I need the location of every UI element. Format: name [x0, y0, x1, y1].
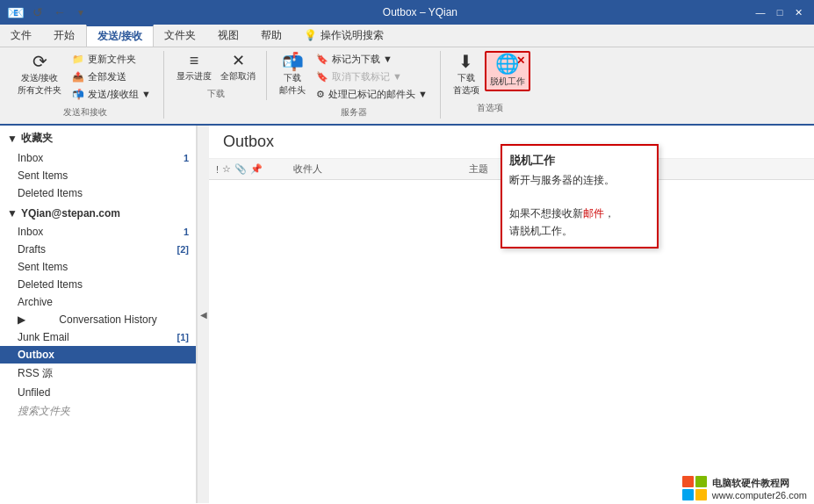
- ribbon-group-prefs-label: 首选项: [477, 102, 503, 114]
- progress-icon: ≡: [190, 53, 199, 68]
- sidebar-item-outbox[interactable]: Outbox: [0, 346, 196, 364]
- sidebar-item-inbox-fav[interactable]: Inbox 1: [0, 149, 196, 167]
- outlook-icon: 📧: [7, 4, 25, 21]
- show-progress-btn[interactable]: ≡ 显示进度: [173, 51, 215, 84]
- download-prefs-btn[interactable]: ⬇ 下载首选项: [450, 51, 483, 98]
- ribbon-group-download: ≡ 显示进度 ✕ 全部取消 下载: [166, 51, 267, 100]
- send-receive-all-btn[interactable]: ⟳ 发送/接收所有文件夹: [14, 51, 65, 98]
- ribbon-group-preferences: ⬇ 下载首选项 🌐 脱机工作 ✕ 首选项: [443, 51, 537, 114]
- title-bar: 📧 ↺ ← ▼ Outbox – YQian — □ ✕: [0, 0, 814, 25]
- window-controls: — □ ✕: [753, 4, 807, 20]
- maximize-btn[interactable]: □: [772, 4, 788, 20]
- tab-file[interactable]: 文件: [0, 25, 43, 47]
- refresh-btn[interactable]: ↺: [30, 4, 46, 20]
- ribbon-group-server: 📬 下载邮件头 🔖 标记为下载 ▼ 🔖 取消下载标记 ▼ ⚙ 处理已标记的邮件头…: [269, 51, 441, 119]
- cancel-mark-btn[interactable]: 🔖 取消下载标记 ▼: [311, 68, 433, 85]
- sidebar-item-unfiled[interactable]: Unfiled: [0, 384, 196, 401]
- sidebar-section-account: ▼ YQian@stepan.com Inbox 1 Drafts [2] Se…: [0, 202, 196, 401]
- sidebar-collapse-btn[interactable]: ◀: [197, 126, 209, 503]
- account-header[interactable]: ▼ YQian@stepan.com: [0, 202, 196, 223]
- send-receive-group-btn[interactable]: 📬 发送/接收组 ▼: [67, 86, 156, 103]
- watermark-text: 电脑软硬件教程网 www.computer26.com: [712, 477, 807, 500]
- sidebar-item-rss[interactable]: RSS 源: [0, 364, 196, 384]
- sidebar-item-sent-fav[interactable]: Sent Items: [0, 167, 196, 184]
- watermark: 电脑软硬件教程网 www.computer26.com: [675, 472, 814, 504]
- tab-home[interactable]: 开始: [43, 25, 86, 47]
- logo-yellow: [695, 489, 707, 500]
- tab-bar: 文件 开始 发送/接收 文件夹 视图 帮助 💡 操作说明搜索: [0, 25, 814, 47]
- account-collapse-icon: ▼: [7, 207, 18, 220]
- main-area: ▼ 收藏夹 Inbox 1 Sent Items Deleted Items ▼…: [0, 126, 814, 503]
- offline-x-icon: ✕: [516, 54, 525, 67]
- sidebar: ▼ 收藏夹 Inbox 1 Sent Items Deleted Items ▼…: [0, 126, 197, 503]
- download-headers-icon: 📬: [282, 53, 304, 70]
- close-btn[interactable]: ✕: [791, 4, 807, 20]
- junk-label: Junk Email: [18, 331, 69, 343]
- column-recipient: 收件人: [293, 162, 462, 176]
- undo-btn[interactable]: ←: [51, 4, 68, 20]
- send-receive-group-icon: 📬: [72, 89, 84, 100]
- search-folders-label: 搜索文件夹: [18, 404, 70, 419]
- tooltip-line1: 断开与服务器的连接。: [509, 174, 615, 186]
- send-all-btn[interactable]: 📤 全部发送: [67, 68, 156, 85]
- work-offline-btn[interactable]: 🌐 脱机工作 ✕: [485, 51, 530, 91]
- account-label: YQian@stepan.com: [21, 207, 120, 220]
- ribbon-group-server-label: 服务器: [341, 106, 367, 119]
- tab-folder[interactable]: 文件夹: [154, 25, 207, 47]
- ribbon: ⟳ 发送/接收所有文件夹 📁 更新文件夹 📤 全部发送 📬 发送/接收组 ▼ 发…: [0, 47, 814, 126]
- sent-fav-label: Sent Items: [18, 169, 68, 182]
- logo-blue: [682, 489, 694, 500]
- importance-icon: !: [216, 164, 219, 175]
- sidebar-item-inbox[interactable]: Inbox 1: [0, 223, 196, 241]
- process-icon: ⚙: [316, 89, 325, 100]
- column-icons: ! ☆ 📎 📌: [216, 163, 286, 175]
- minimize-btn[interactable]: —: [753, 4, 768, 20]
- logo-blocks: [682, 476, 707, 500]
- deleted-label: Deleted Items: [18, 278, 83, 291]
- sent-label: Sent Items: [18, 261, 68, 273]
- cancel-all-btn[interactable]: ✕ 全部取消: [217, 51, 259, 84]
- update-folder-btn[interactable]: 📁 更新文件夹: [67, 51, 156, 68]
- conv-history-label: Conversation History: [59, 313, 156, 326]
- sidebar-item-conversation-history[interactable]: ▶ Conversation History: [0, 311, 196, 328]
- tab-view[interactable]: 视图: [207, 25, 250, 47]
- download-prefs-icon: ⬇: [458, 53, 473, 70]
- sidebar-item-sent[interactable]: Sent Items: [0, 258, 196, 276]
- ribbon-group-send-receive-label: 发送和接收: [63, 106, 107, 119]
- tooltip-line3: 请脱机工作。: [509, 225, 573, 237]
- inbox-fav-label: Inbox: [18, 152, 43, 164]
- sidebar-item-deleted-fav[interactable]: Deleted Items: [0, 184, 196, 202]
- mark-download-btn[interactable]: 🔖 标记为下载 ▼: [311, 51, 433, 68]
- sidebar-item-archive[interactable]: Archive: [0, 293, 196, 311]
- quick-access-toolbar: 📧 ↺ ← ▼: [7, 4, 88, 21]
- update-folder-icon: 📁: [72, 54, 84, 65]
- sidebar-item-junk[interactable]: Junk Email [1]: [0, 328, 196, 346]
- attachment-icon: 📎: [234, 163, 247, 175]
- inbox-fav-badge: 1: [184, 153, 189, 163]
- tab-send-receive[interactable]: 发送/接收: [86, 25, 154, 47]
- tab-help[interactable]: 帮助: [250, 25, 293, 47]
- tooltip-line2-highlight: 邮件: [583, 207, 604, 220]
- rss-label: RSS 源: [18, 366, 53, 381]
- sidebar-item-search-folders[interactable]: 搜索文件夹: [0, 401, 196, 421]
- send-all-icon: 📤: [72, 71, 84, 83]
- inbox-badge: 1: [184, 227, 189, 237]
- outbox-label: Outbox: [18, 349, 54, 361]
- favorites-header[interactable]: ▼ 收藏夹: [0, 126, 196, 149]
- logo-green: [695, 476, 707, 487]
- tooltip-title: 脱机工作: [509, 153, 650, 169]
- process-marked-btn[interactable]: ⚙ 处理已标记的邮件头 ▼: [311, 86, 433, 103]
- site-name: 电脑软硬件教程网: [712, 477, 807, 490]
- download-headers-btn[interactable]: 📬 下载邮件头: [276, 51, 309, 98]
- deleted-fav-label: Deleted Items: [18, 187, 83, 199]
- logo-red: [682, 476, 694, 487]
- tab-search[interactable]: 💡 操作说明搜索: [293, 25, 394, 47]
- sidebar-item-drafts[interactable]: Drafts [2]: [0, 241, 196, 258]
- window-title: Outbox – YQian: [383, 6, 457, 18]
- junk-badge: [1]: [177, 332, 189, 342]
- sidebar-section-favorites: ▼ 收藏夹 Inbox 1 Sent Items Deleted Items: [0, 126, 196, 202]
- qa-dropdown[interactable]: ▼: [74, 7, 88, 18]
- inbox-label: Inbox: [18, 226, 43, 238]
- site-url: www.computer26.com: [712, 490, 807, 500]
- sidebar-item-deleted[interactable]: Deleted Items: [0, 276, 196, 293]
